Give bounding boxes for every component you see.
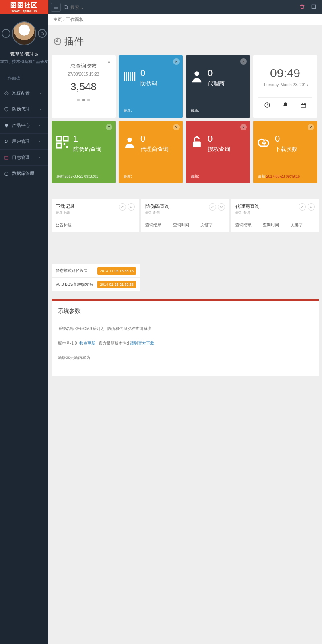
svg-rect-29 — [64, 136, 68, 141]
sidebar-item-label: 用户管理 — [12, 138, 30, 144]
calendar-icon[interactable] — [300, 102, 307, 109]
svg-rect-17 — [126, 72, 127, 81]
sidebar-item-label: 数据库管理 — [12, 171, 34, 177]
home-button[interactable] — [38, 29, 47, 38]
svg-rect-5 — [312, 5, 315, 8]
panel-anticode-query: 防伪码查询最新查询 ⤢↻ 查询结果查询时间关键字 — [141, 199, 229, 232]
refresh-button[interactable]: ↻ — [218, 203, 225, 211]
trash-icon[interactable] — [299, 4, 305, 10]
svg-point-6 — [6, 33, 6, 33]
refresh-button[interactable]: ↻ — [308, 203, 315, 211]
unlock-icon — [190, 135, 204, 149]
panel-agent-query: 代理商查询最新查询 ⤢↻ 查询结果查询时间关键字 — [231, 199, 319, 232]
card-anticode[interactable]: × 0防伪码 最新: — [119, 55, 183, 118]
barcode-icon — [123, 70, 136, 83]
svg-rect-28 — [57, 136, 61, 141]
search-input[interactable] — [70, 5, 126, 10]
heart-icon — [4, 123, 9, 128]
card-pager[interactable] — [56, 99, 111, 101]
logo-subtext: Www.Eap360.Cn — [0, 9, 48, 13]
info-button[interactable] — [2, 29, 10, 38]
person-icon — [190, 70, 204, 83]
record-row[interactable]: V8.0 BBS直观版发布2014-01-15 21:32:36 — [52, 278, 140, 291]
table-header: 查询结果查询时间关键字 — [231, 218, 319, 232]
clock-icon[interactable] — [264, 102, 270, 109]
sidebar-item-label: 系统配置 — [12, 90, 30, 96]
crumb-home[interactable]: 主页 — [53, 17, 62, 22]
refresh-icon[interactable] — [53, 37, 62, 46]
logo-text: 图图社区 — [0, 2, 48, 9]
sidebar-item-database[interactable]: 数据库管理 — [0, 165, 48, 182]
users-icon — [4, 139, 9, 144]
check-update-link[interactable]: 检查更新 — [79, 341, 95, 345]
svg-rect-21 — [134, 72, 135, 81]
card-download-count[interactable]: × 0下载次数 最新:2017-03-23 09:49:16 — [253, 121, 317, 183]
qrcode-icon — [56, 135, 69, 149]
svg-rect-19 — [130, 72, 130, 81]
refresh-button[interactable]: ↻ — [128, 203, 135, 211]
card-agent-query[interactable]: × 0代理商查询 最新: — [119, 121, 183, 183]
svg-point-10 — [7, 140, 8, 141]
sidebar-section-label: 工作面板 — [0, 71, 48, 85]
close-icon[interactable]: × — [173, 58, 180, 65]
search-icon — [63, 4, 69, 10]
card-title: 总查询次数 — [56, 62, 111, 70]
svg-rect-31 — [64, 143, 65, 145]
logo[interactable]: 图图社区 Www.Eap360.Cn — [0, 0, 48, 14]
download-link[interactable]: 请到官方下载 — [130, 341, 154, 345]
bell-icon[interactable] — [282, 102, 289, 109]
expand-icon[interactable] — [311, 4, 316, 10]
download-icon — [257, 135, 271, 149]
svg-point-9 — [5, 140, 6, 141]
sidebar-item-label: 防伪代理 — [12, 106, 30, 112]
svg-point-14 — [5, 172, 8, 173]
card-anticode-query[interactable]: × 1防伪码查询 最新:2017-03-23 09:38:01 — [52, 121, 116, 183]
close-icon[interactable]: × — [106, 124, 112, 130]
sidebar-item-label: 产品中心 — [12, 122, 30, 128]
chevron-down-icon — [39, 155, 45, 160]
expand-button[interactable]: ⤢ — [209, 203, 216, 211]
record-row[interactable]: 静态模式路径设置2013-11-06 16:58:13 — [52, 264, 140, 278]
sidebar-item-label: 日志管理 — [12, 155, 30, 161]
close-icon[interactable]: × — [173, 124, 180, 130]
clock-date: Thursday, March 23, 2017 — [258, 83, 312, 87]
sidebar-item-anticounterfeit[interactable]: 防伪代理 — [0, 101, 48, 117]
svg-rect-20 — [132, 72, 133, 81]
menu-toggle-button[interactable] — [51, 3, 61, 12]
close-icon[interactable]: × — [240, 124, 247, 130]
close-icon[interactable]: × — [308, 124, 314, 130]
user-icon — [123, 135, 136, 149]
gear-icon — [4, 91, 9, 96]
page-title: 插件 — [64, 35, 84, 48]
timestamp-badge: 2013-11-06 16:58:13 — [97, 267, 136, 275]
card-auth-query[interactable]: × 0授权查询 最新: — [186, 121, 250, 183]
breadcrumb: 主页 › 工作面板 — [48, 14, 322, 25]
svg-rect-16 — [124, 72, 125, 81]
sys-title: 系统参数 — [58, 308, 312, 315]
sidebar-item-system-config[interactable]: 系统配置 — [0, 85, 48, 101]
card-menu-button[interactable]: ≡ — [106, 58, 112, 65]
expand-button[interactable]: ⤢ — [299, 203, 306, 211]
user-name: 管理员·管理员 — [0, 51, 48, 57]
close-icon[interactable]: × — [240, 58, 247, 65]
avatar[interactable] — [12, 21, 36, 45]
svg-point-8 — [6, 93, 7, 94]
panel-download-log: 下载记录最新下载 ⤢↻ 公告标题 — [52, 199, 139, 232]
svg-point-22 — [194, 71, 199, 76]
clock-time: 09:49 — [258, 66, 312, 80]
bars-icon — [54, 5, 58, 10]
chevron-down-icon — [39, 139, 45, 144]
sidebar-item-log-mgmt[interactable]: 日志管理 — [0, 149, 48, 165]
sidebar-item-product[interactable]: 产品中心 — [0, 117, 48, 133]
card-agent[interactable]: × 0代理商 最新:- — [186, 55, 250, 118]
search-box[interactable] — [63, 4, 299, 10]
svg-point-3 — [64, 5, 67, 8]
svg-rect-30 — [57, 143, 61, 148]
sidebar-item-user-mgmt[interactable]: 用户管理 — [0, 133, 48, 149]
svg-rect-24 — [301, 103, 306, 107]
card-total-queries: ≡ 总查询次数 27/08/2015 15:23 3,548 — [52, 55, 116, 118]
expand-button[interactable]: ⤢ — [119, 203, 126, 211]
list-icon — [4, 155, 9, 160]
sys-changelog: 新版本更新内容为: — [58, 355, 312, 361]
chevron-down-icon — [39, 123, 45, 128]
